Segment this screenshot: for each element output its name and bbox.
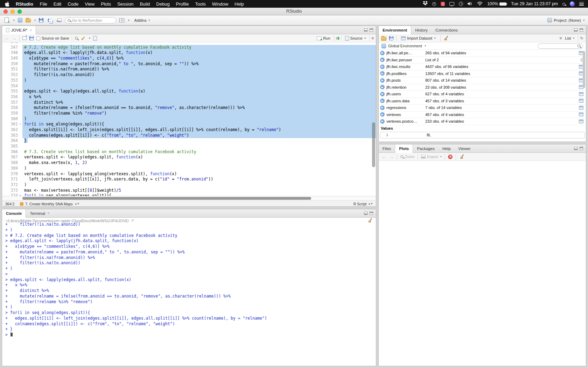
code-line[interactable]: for(i in seq_along(edges.split)){ <box>22 122 376 127</box>
save-source-button[interactable] <box>29 36 34 40</box>
menu-file[interactable]: File <box>37 1 50 7</box>
close-window-button[interactable] <box>4 9 8 14</box>
close-terminal-icon[interactable]: × <box>48 211 50 215</box>
volume-icon[interactable] <box>468 1 472 7</box>
gutter-line[interactable]: 366 <box>2 149 22 155</box>
goto-file-function-box[interactable] <box>65 17 116 23</box>
scope-label[interactable]: Global Environment <box>388 44 422 48</box>
gutter-line[interactable]: 365 <box>2 144 22 149</box>
code-line[interactable]: ) <box>22 78 376 83</box>
gutter-line[interactable]: 356 <box>2 94 22 100</box>
forward-icon[interactable]: → <box>12 36 16 41</box>
tab-files[interactable]: Files <box>379 144 395 152</box>
code-line[interactable] <box>22 144 376 149</box>
previous-plot-icon[interactable]: ← <box>382 154 386 159</box>
menu-edit[interactable]: Edit <box>50 1 64 7</box>
notification-center-icon[interactable] <box>579 2 584 6</box>
code-line[interactable]: vertexes.split <- lapply(edges.split, fu… <box>22 155 376 160</box>
pane-layout-caret-icon[interactable]: ▾ <box>128 19 130 22</box>
gutter-line[interactable]: 370 <box>2 171 22 177</box>
gutter-line[interactable]: 357 <box>2 100 22 105</box>
open-recent-caret-icon[interactable]: ▾ <box>35 19 36 22</box>
fold-icon[interactable]: ▾ <box>18 193 22 196</box>
zoom-window-button[interactable] <box>18 9 22 14</box>
menu-tools[interactable]: Tools <box>192 1 209 7</box>
rerun-icon[interactable]: ⇉ <box>336 36 340 41</box>
code-line[interactable]: edges.split[[i]] <- left_join(edges.spli… <box>22 127 376 133</box>
maximize-pane-icon[interactable] <box>370 28 373 32</box>
environment-scrollbar[interactable] <box>583 51 585 88</box>
view-data-icon[interactable] <box>579 92 583 96</box>
menubar-app-name[interactable]: RStudio <box>14 1 35 7</box>
file-type-selector[interactable]: R Script ▲▼ <box>354 202 373 206</box>
editor-code[interactable]: # 7.2. Create edge list based on monthly… <box>22 42 376 196</box>
maximize-pane-icon[interactable] <box>580 28 583 32</box>
scrollbar-thumb[interactable] <box>22 197 311 200</box>
code-line[interactable]: filter(!is.na(from.anonid)) %>% <box>22 67 376 72</box>
environment-row[interactable]: ▶jfh.postlikes13507 obs. of 11 variables <box>379 70 586 77</box>
minimize-window-button[interactable] <box>10 9 15 14</box>
clear-console-button[interactable] <box>368 218 373 224</box>
close-tab-icon[interactable]: × <box>30 28 32 32</box>
tab-connections[interactable]: Connections <box>432 26 462 34</box>
gutter-line[interactable]: 354 <box>2 83 22 89</box>
tab-help[interactable]: Help <box>439 144 455 152</box>
minimize-pane-icon[interactable] <box>574 147 578 150</box>
gutter-line[interactable]: 358 <box>2 105 22 111</box>
minimize-pane-icon[interactable] <box>364 212 368 215</box>
code-line[interactable]: ) <box>22 116 376 122</box>
gutter-line[interactable]: 350 <box>2 61 22 67</box>
print-button[interactable] <box>57 18 62 23</box>
project-selector[interactable]: Project: (None) ▾ <box>547 18 584 22</box>
clear-environment-button[interactable] <box>443 36 449 41</box>
record-menu-icon[interactable] <box>432 2 436 6</box>
code-line[interactable]: filter(!is.na(to.anonid)) <box>22 72 376 78</box>
expand-object-icon[interactable]: ▶ <box>380 51 385 55</box>
goto-file-function-input[interactable] <box>72 18 113 22</box>
clear-all-plots-button[interactable] <box>459 154 464 159</box>
run-button[interactable]: Run <box>315 35 332 41</box>
editor-vertical-scrollbar[interactable] <box>372 122 375 167</box>
gutter-line[interactable]: 353 <box>2 78 22 83</box>
menu-window[interactable]: Window <box>209 1 231 7</box>
dropbox-icon[interactable] <box>423 1 428 7</box>
tab-plots[interactable]: Plots <box>395 144 413 153</box>
expand-object-icon[interactable]: ▶ <box>380 105 385 110</box>
code-tools-icon[interactable] <box>80 36 85 41</box>
gutter-line[interactable]: 348 <box>2 50 22 56</box>
environment-row[interactable]: ▶vertexes457 obs. of 4 variables <box>379 111 586 118</box>
zoom-button[interactable]: Zoom <box>400 155 414 159</box>
gutter-line[interactable]: 355 <box>2 89 22 94</box>
gutter-line[interactable]: 369 <box>2 166 22 171</box>
expand-object-icon[interactable]: ▶ <box>380 112 385 117</box>
code-line[interactable]: ) <box>22 182 376 188</box>
view-data-icon[interactable] <box>579 120 583 123</box>
source-on-save-checkbox[interactable] <box>36 36 40 40</box>
environment-row[interactable]: ▶vertexes.postco…233 obs. of 4 variables <box>379 118 586 125</box>
tab-viewer[interactable]: Viewer <box>455 144 475 152</box>
gutter-line[interactable]: 351 <box>2 67 22 72</box>
source-button[interactable]: Source▾ <box>343 35 368 41</box>
time-machine-icon[interactable] <box>459 2 463 6</box>
environment-row[interactable]: ▶jfh.users.data457 obs. of 3 variables <box>379 98 586 105</box>
gutter-line[interactable]: 352 <box>2 72 22 78</box>
environment-row[interactable]: ▶jfh.users627 obs. of 4 variables <box>379 91 586 98</box>
spotlight-icon[interactable] <box>562 1 565 7</box>
view-data-icon[interactable] <box>579 106 583 110</box>
load-workspace-icon[interactable] <box>381 37 386 41</box>
save-button[interactable] <box>39 18 43 22</box>
gutter-line[interactable]: 359 <box>2 111 22 116</box>
code-line[interactable]: colnames(edges.split[[i]]) <- c("from", … <box>22 133 376 138</box>
expand-object-icon[interactable]: ▶ <box>380 98 385 103</box>
environment-search-box[interactable] <box>538 43 583 49</box>
save-workspace-icon[interactable] <box>389 36 393 40</box>
code-line[interactable]: x %>% <box>22 94 376 100</box>
document-outline-icon[interactable]: ≡ <box>371 36 373 41</box>
edit​or-horizontal-scrollbar[interactable] <box>2 196 376 200</box>
open-directory-arrow-icon[interactable]: ↗ <box>131 218 134 223</box>
editor-gutter[interactable]: 3463473483493503513523533543553563573583… <box>2 42 22 196</box>
gutter-line[interactable]: 372 <box>2 182 22 188</box>
new-file-caret-icon[interactable]: ▾ <box>13 19 15 22</box>
apple-menu-icon[interactable] <box>4 1 10 7</box>
menu-plots[interactable]: Plots <box>98 1 114 7</box>
